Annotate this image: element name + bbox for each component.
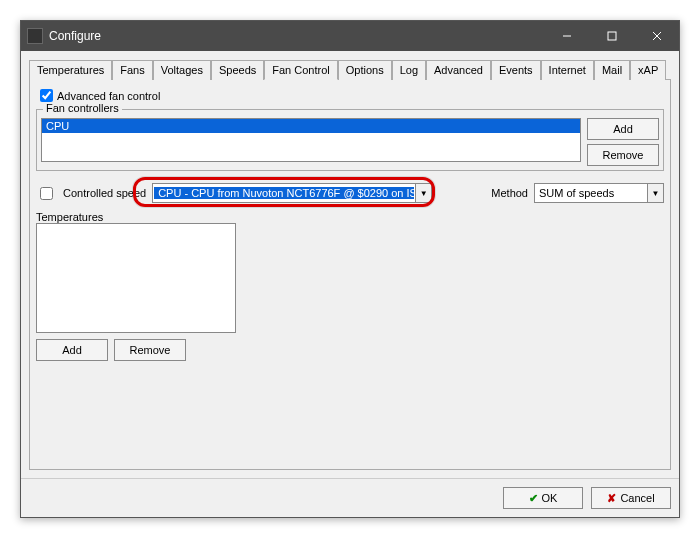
- controlled-speed-dropdown[interactable]: CPU - CPU from Nuvoton NCT6776F @ $0290 …: [152, 183, 432, 203]
- tab-internet[interactable]: Internet: [541, 60, 594, 80]
- tab-log[interactable]: Log: [392, 60, 426, 80]
- ok-button[interactable]: ✔ OK: [503, 487, 583, 509]
- temperatures-list[interactable]: [36, 223, 236, 333]
- app-icon: [27, 28, 43, 44]
- temperatures-remove-button[interactable]: Remove: [114, 339, 186, 361]
- tab-temperatures[interactable]: Temperatures: [29, 60, 112, 80]
- titlebar: Configure: [21, 21, 679, 51]
- method-label: Method: [491, 187, 528, 199]
- minimize-icon: [562, 31, 572, 41]
- configure-window: Configure Temperatures Fans Voltages Spe…: [20, 20, 680, 518]
- svg-rect-1: [608, 32, 616, 40]
- tab-fans[interactable]: Fans: [112, 60, 152, 80]
- temperatures-add-button[interactable]: Add: [36, 339, 108, 361]
- controllers-remove-button[interactable]: Remove: [587, 144, 659, 166]
- close-button[interactable]: [634, 21, 679, 51]
- chevron-down-icon: ▼: [647, 184, 663, 202]
- tab-advanced[interactable]: Advanced: [426, 60, 491, 80]
- check-icon: ✔: [529, 492, 538, 505]
- maximize-icon: [607, 31, 617, 41]
- maximize-button[interactable]: [589, 21, 634, 51]
- tab-xap[interactable]: xAP: [630, 60, 666, 80]
- close-icon: [652, 31, 662, 41]
- tab-options[interactable]: Options: [338, 60, 392, 80]
- advanced-fan-control-checkbox[interactable]: [40, 89, 53, 102]
- tab-fan-control[interactable]: Fan Control: [264, 60, 337, 80]
- fan-controllers-list[interactable]: CPU: [41, 118, 581, 162]
- list-item[interactable]: CPU: [42, 119, 580, 133]
- content-area: Temperatures Fans Voltages Speeds Fan Co…: [21, 51, 679, 478]
- fan-controllers-fieldset: Fan controllers CPU Add Remove: [36, 109, 664, 171]
- window-title: Configure: [49, 29, 544, 43]
- tab-voltages[interactable]: Voltages: [153, 60, 211, 80]
- minimize-button[interactable]: [544, 21, 589, 51]
- dialog-footer: ✔ OK ✘ Cancel: [21, 478, 679, 517]
- controlled-speed-label: Controlled speed: [63, 187, 146, 199]
- advanced-row: Advanced fan control: [36, 86, 664, 105]
- tab-speeds[interactable]: Speeds: [211, 60, 264, 80]
- method-value: SUM of speeds: [535, 187, 647, 199]
- fan-controllers-label: Fan controllers: [43, 102, 122, 114]
- controlled-speed-checkbox[interactable]: [40, 187, 53, 200]
- x-icon: ✘: [607, 492, 616, 505]
- ok-label: OK: [542, 492, 558, 504]
- controlled-speed-value: CPU - CPU from Nuvoton NCT6776F @ $0290 …: [154, 187, 414, 199]
- titlebar-buttons: [544, 21, 679, 51]
- fan-control-panel: Advanced fan control Fan controllers CPU…: [29, 80, 671, 470]
- tab-mail[interactable]: Mail: [594, 60, 630, 80]
- temperatures-label: Temperatures: [36, 211, 664, 223]
- tab-events[interactable]: Events: [491, 60, 541, 80]
- cancel-button[interactable]: ✘ Cancel: [591, 487, 671, 509]
- chevron-down-icon: ▼: [415, 184, 431, 202]
- tab-strip: Temperatures Fans Voltages Speeds Fan Co…: [29, 59, 671, 80]
- cancel-label: Cancel: [620, 492, 654, 504]
- method-dropdown[interactable]: SUM of speeds ▼: [534, 183, 664, 203]
- controllers-add-button[interactable]: Add: [587, 118, 659, 140]
- advanced-fan-control-label: Advanced fan control: [57, 90, 160, 102]
